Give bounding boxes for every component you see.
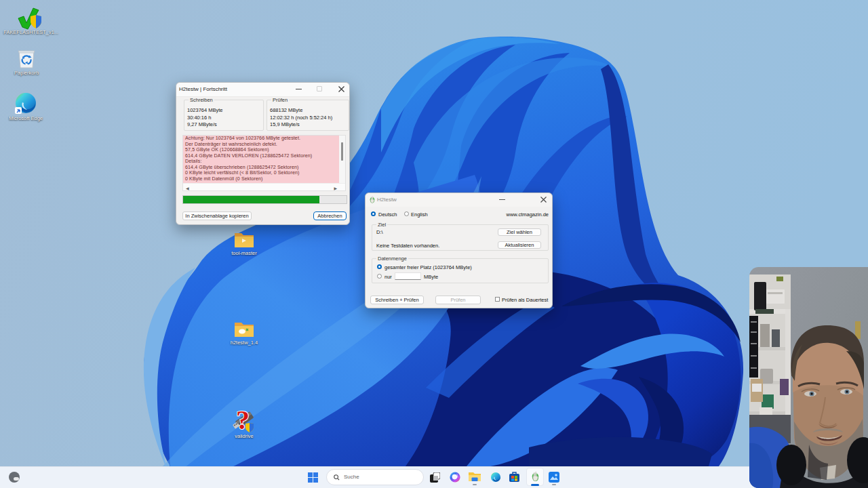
svg-text:?: ? xyxy=(236,407,250,434)
